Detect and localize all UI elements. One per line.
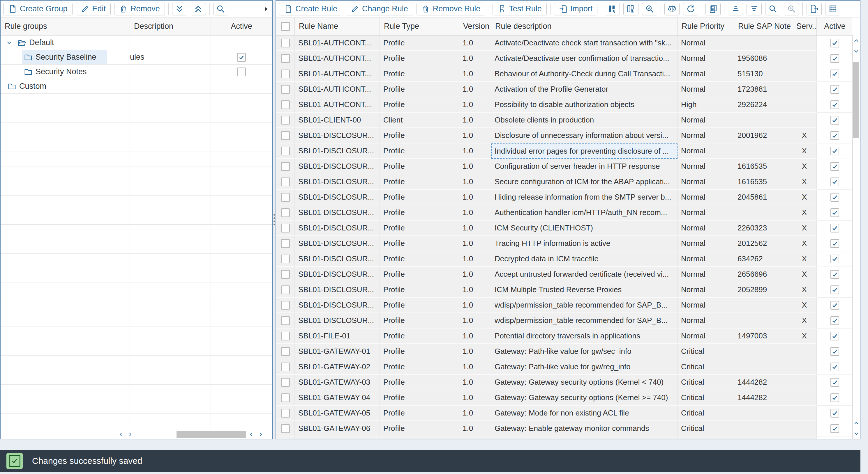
rule-sap-note-cell[interactable]: 634262 xyxy=(734,251,792,267)
version-cell[interactable]: 1.0 xyxy=(459,437,491,439)
rule-sap-note-cell[interactable] xyxy=(734,406,792,421)
version-cell[interactable]: 1.0 xyxy=(459,406,491,421)
rule-type-cell[interactable]: Profile xyxy=(380,236,459,251)
rule-priority-cell[interactable]: Normal xyxy=(678,205,734,221)
tree-item-cell[interactable]: Security Notes xyxy=(1,65,130,79)
tree-description-cell[interactable]: ules xyxy=(130,50,211,64)
rule-sap-note-cell[interactable] xyxy=(734,35,792,51)
row-select-checkbox[interactable] xyxy=(281,162,290,171)
rule-type-cell[interactable]: Profile xyxy=(380,375,459,390)
rule-priority-cell[interactable]: Normal xyxy=(678,190,734,205)
rule-description-cell[interactable]: Gateway: Path-like value for gw/sec_info xyxy=(491,344,678,359)
refresh-button[interactable] xyxy=(683,3,698,15)
rule-name-cell[interactable]: SBL01-DISCLOSUR... xyxy=(295,159,380,174)
rule-description-cell[interactable]: Configuration of server header in HTTP r… xyxy=(491,159,678,174)
version-cell[interactable]: 1.0 xyxy=(459,329,491,344)
rule-name-cell[interactable]: SBL01-GATEWAY-03 xyxy=(295,375,380,390)
scroll-up-button[interactable] xyxy=(852,418,860,428)
rule-active-checkbox[interactable] xyxy=(830,39,839,47)
serv-cell[interactable] xyxy=(792,437,817,439)
rule-active-checkbox[interactable] xyxy=(830,131,839,140)
version-cell[interactable]: 1.0 xyxy=(459,221,491,236)
rule-type-cell[interactable]: Profile xyxy=(380,313,459,329)
rule-description-cell[interactable]: Authentication handler icm/HTTP/auth_NN … xyxy=(491,205,678,221)
rule-active-checkbox[interactable] xyxy=(830,424,839,433)
rule-name-cell[interactable]: SBL01-DISCLOSUR... xyxy=(295,174,380,190)
rule-type-cell[interactable]: Profile xyxy=(380,251,459,267)
rule-priority-cell[interactable]: Critical xyxy=(678,390,734,406)
rule-name-cell[interactable]: SBL01-AUTHCONT... xyxy=(295,66,380,82)
rule-name-cell[interactable]: SBL01-GATEWAY-04 xyxy=(295,390,380,406)
rule-name-cell[interactable]: SBL01-AUTHCONT... xyxy=(295,35,380,51)
row-select-checkbox[interactable] xyxy=(281,424,290,433)
row-select-checkbox[interactable] xyxy=(281,255,290,263)
rule-sap-note-cell[interactable]: 515130 xyxy=(734,66,792,82)
row-select-checkbox[interactable] xyxy=(281,270,290,279)
select-all-checkbox[interactable] xyxy=(281,22,290,31)
rule-active-checkbox[interactable] xyxy=(830,85,839,94)
rule-description-cell[interactable]: Decrypted data in ICM tracefile xyxy=(491,251,678,267)
rule-priority-cell[interactable]: Normal xyxy=(678,329,734,344)
tree-item[interactable]: Custom xyxy=(6,79,57,93)
serv-cell[interactable]: X xyxy=(792,128,817,143)
column-header-description[interactable]: Description xyxy=(130,18,211,35)
rule-active-checkbox[interactable] xyxy=(830,363,839,371)
group-active-checkbox[interactable] xyxy=(237,68,246,76)
version-cell[interactable]: 1.0 xyxy=(459,51,491,66)
rule-type-cell[interactable]: Profile xyxy=(380,97,459,112)
serv-cell[interactable] xyxy=(792,35,817,51)
serv-cell[interactable]: X xyxy=(792,267,817,282)
rule-sap-note-cell[interactable]: 2656696 xyxy=(734,267,792,282)
serv-cell[interactable] xyxy=(792,66,817,82)
row-select-checkbox[interactable] xyxy=(281,394,290,402)
rule-description-cell[interactable]: Gateway: Gateway security options (Kerne… xyxy=(491,375,678,390)
change-rule-button[interactable]: Change Rule xyxy=(346,3,413,15)
create-group-button[interactable]: Create Group xyxy=(3,3,72,15)
row-select-checkbox[interactable] xyxy=(281,239,290,248)
version-cell[interactable]: 1.0 xyxy=(459,159,491,174)
column-header-rule-description[interactable]: Rule description xyxy=(491,18,678,35)
rule-description-cell[interactable]: Potential directory traversals in applic… xyxy=(491,329,678,344)
rule-priority-cell[interactable]: Critical xyxy=(678,375,734,390)
row-select-checkbox[interactable] xyxy=(281,224,290,233)
column-header-active[interactable]: Active xyxy=(211,18,272,35)
rule-priority-cell[interactable]: Normal xyxy=(678,35,734,51)
rule-name-cell[interactable]: SBL01-DISCLOSUR... xyxy=(295,251,380,267)
export-button[interactable] xyxy=(807,3,822,15)
serv-cell[interactable]: X xyxy=(792,251,817,267)
version-cell[interactable]: 1.0 xyxy=(459,112,491,128)
rule-sap-note-cell[interactable]: 1723881 xyxy=(734,82,792,97)
rule-sap-note-cell[interactable] xyxy=(734,344,792,359)
row-select-checkbox[interactable] xyxy=(281,301,290,310)
rule-type-cell[interactable]: Profile xyxy=(380,421,459,437)
copy-button[interactable] xyxy=(706,3,721,15)
row-select-checkbox[interactable] xyxy=(281,208,290,217)
scroll-down-button[interactable] xyxy=(852,46,860,56)
rule-priority-cell[interactable]: Normal xyxy=(678,112,734,128)
rule-description-cell[interactable]: Gateway: Disable simulation mode for reg… xyxy=(491,437,678,439)
serv-cell[interactable] xyxy=(792,390,817,406)
rule-sap-note-cell[interactable]: 2001962 xyxy=(734,128,792,143)
column-header-rule-groups[interactable]: Rule groups xyxy=(1,18,130,35)
row-select-checkbox[interactable] xyxy=(281,316,290,325)
toolbar-overflow-button[interactable] xyxy=(263,6,269,12)
scroll-right-button[interactable] xyxy=(126,430,134,439)
rule-active-checkbox[interactable] xyxy=(830,224,839,233)
row-select-checkbox[interactable] xyxy=(281,147,290,156)
multi-select-button[interactable] xyxy=(605,3,620,15)
rule-priority-cell[interactable]: Critical xyxy=(678,437,734,439)
rule-sap-note-cell[interactable] xyxy=(734,313,792,329)
rule-priority-cell[interactable]: Normal xyxy=(678,267,734,282)
row-select-checkbox[interactable] xyxy=(281,363,290,371)
rule-priority-cell[interactable]: Normal xyxy=(678,298,734,313)
version-cell[interactable]: 1.0 xyxy=(459,128,491,143)
scroll-up-button[interactable] xyxy=(852,36,860,45)
rule-priority-cell[interactable]: Normal xyxy=(678,251,734,267)
row-select-checkbox[interactable] xyxy=(281,332,290,340)
rule-priority-cell[interactable]: High xyxy=(678,97,734,112)
version-cell[interactable]: 1.0 xyxy=(459,421,491,437)
column-header-rule-type[interactable]: Rule Type xyxy=(380,18,459,35)
tree-expander[interactable] xyxy=(6,39,16,46)
serv-cell[interactable]: X xyxy=(792,221,817,236)
panel-splitter[interactable] xyxy=(273,0,276,439)
